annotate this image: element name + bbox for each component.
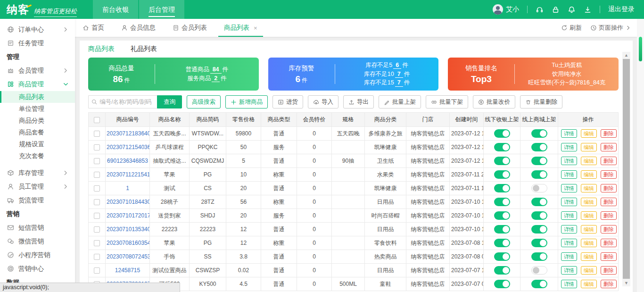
detail-button[interactable]: 详情 <box>561 157 577 165</box>
detail-button[interactable]: 详情 <box>561 170 577 179</box>
bell-icon[interactable] <box>568 6 576 14</box>
online-shelf-toggle[interactable] <box>531 225 547 234</box>
sidebar-item-marketing-center[interactable]: 营销中心 <box>0 262 75 275</box>
online-shelf-toggle[interactable] <box>531 198 547 206</box>
product-id-link[interactable]: 20230708160354 <box>107 240 150 246</box>
offline-shelf-toggle[interactable] <box>494 184 510 192</box>
sidebar-item-product-list[interactable]: 商品列表 <box>0 91 75 103</box>
sidebar-item-order-center[interactable]: 订单中心 <box>0 23 75 36</box>
delete-button[interactable]: 删除 <box>601 211 617 220</box>
row-checkbox[interactable] <box>94 199 100 205</box>
product-id-link[interactable]: 20230708072453 <box>107 253 150 260</box>
online-shelf-toggle[interactable] <box>531 252 547 261</box>
delete-button[interactable]: 删除 <box>601 252 617 261</box>
detail-button[interactable]: 详情 <box>561 280 577 288</box>
delete-button[interactable]: 删除 <box>601 225 617 234</box>
card-stat-value[interactable]: 7 <box>395 71 403 78</box>
offline-shelf-toggle[interactable] <box>494 170 510 179</box>
detail-button[interactable]: 详情 <box>561 225 577 234</box>
detail-button[interactable]: 详情 <box>561 198 577 206</box>
delete-button[interactable]: 删除 <box>601 129 617 138</box>
sidebar-item-product-manage[interactable]: 商品管理 <box>0 77 75 91</box>
product-id-link[interactable]: 20230710172017 <box>107 212 150 219</box>
tab-product-list[interactable]: 商品列表× <box>224 19 257 37</box>
batch-on-shelf-button[interactable]: 批量上架 <box>379 95 421 108</box>
tab-member-info[interactable]: 会员信息 <box>121 19 156 37</box>
table-scrollbar-thumb[interactable] <box>623 59 630 279</box>
product-id-link[interactable]: 20230712183640 <box>107 130 150 137</box>
online-shelf-toggle[interactable] <box>531 211 547 220</box>
offline-shelf-toggle[interactable] <box>494 157 510 165</box>
offline-shelf-toggle[interactable] <box>494 266 510 275</box>
online-shelf-toggle[interactable] <box>531 266 547 275</box>
detail-button[interactable]: 详情 <box>561 184 577 192</box>
logout-button[interactable]: 退出登录 <box>608 5 635 14</box>
edit-button[interactable]: 编辑 <box>581 225 597 234</box>
online-shelf-toggle[interactable] <box>531 157 547 165</box>
edit-button[interactable]: 编辑 <box>581 184 597 192</box>
sidebar-item-product-category[interactable]: 商品分类 <box>0 115 75 126</box>
search-button[interactable]: 查询 <box>157 95 182 108</box>
delete-button[interactable]: 删除 <box>601 170 617 179</box>
edit-button[interactable]: 编辑 <box>581 252 597 261</box>
product-id-link[interactable]: 20230710135340 <box>107 226 150 233</box>
edit-button[interactable]: 编辑 <box>581 157 597 165</box>
batch-delete-button[interactable]: 批量删除 <box>520 95 562 108</box>
nav-tab-backend-admin[interactable]: 后台管理 <box>139 0 184 19</box>
export-button[interactable]: 导出 <box>343 95 374 108</box>
online-shelf-toggle[interactable] <box>531 170 547 179</box>
delete-button[interactable]: 删除 <box>601 198 617 206</box>
detail-button[interactable]: 详情 <box>561 143 577 151</box>
sidebar-item-unit-manage[interactable]: 单位管理 <box>0 103 75 115</box>
download-icon[interactable] <box>584 6 592 14</box>
edit-button[interactable]: 编辑 <box>581 266 597 275</box>
search-input[interactable] <box>99 99 154 105</box>
delete-button[interactable]: 删除 <box>601 280 617 288</box>
offline-shelf-toggle[interactable] <box>494 252 510 261</box>
edit-button[interactable]: 编辑 <box>581 211 597 220</box>
detail-button[interactable]: 详情 <box>561 266 577 275</box>
product-id-link[interactable]: 20230712154036 <box>107 144 150 150</box>
edit-button[interactable]: 编辑 <box>581 280 597 288</box>
online-shelf-toggle[interactable] <box>531 239 547 247</box>
sidebar-item-logistics-manage[interactable]: 货流管理 <box>0 193 75 207</box>
sidebar-item-miniapp-marketing[interactable]: 小程序营销 <box>0 248 75 262</box>
detail-button[interactable]: 详情 <box>561 129 577 138</box>
online-shelf-toggle[interactable] <box>531 143 547 151</box>
row-checkbox[interactable] <box>94 144 100 150</box>
offline-shelf-toggle[interactable] <box>494 225 510 234</box>
sidebar-item-spec-setting[interactable]: 规格设置 <box>0 138 75 150</box>
offline-shelf-toggle[interactable] <box>494 280 510 288</box>
card-stat-value[interactable]: 6 <box>393 62 401 69</box>
content-tab-gift-list[interactable]: 礼品列表 <box>131 45 157 53</box>
sidebar-item-product-package[interactable]: 商品套餐 <box>0 126 75 138</box>
select-all-checkbox[interactable] <box>94 117 100 123</box>
detail-button[interactable]: 详情 <box>561 239 577 247</box>
offline-shelf-toggle[interactable] <box>494 143 510 151</box>
delete-button[interactable]: 删除 <box>601 184 617 192</box>
row-checkbox[interactable] <box>94 185 100 192</box>
content-tab-product-list[interactable]: 商品列表 <box>88 45 115 53</box>
product-id-link[interactable]: 20230710184430 <box>107 199 150 205</box>
scroll-up-arrow[interactable]: ▲ <box>622 52 630 58</box>
user-menu[interactable]: 艾小 <box>493 4 519 15</box>
row-checkbox[interactable] <box>94 213 100 219</box>
sidebar-item-recharge-package[interactable]: 充次套餐 <box>0 150 75 162</box>
page-ops-button[interactable]: 页面操作 <box>590 24 632 32</box>
sidebar-item-stock-manage[interactable]: 库存管理 <box>0 166 75 180</box>
sidebar-item-staff-manage[interactable]: 员工管理 <box>0 180 75 193</box>
detail-button[interactable]: 详情 <box>561 211 577 220</box>
tab-home[interactable]: 首页 <box>83 19 104 37</box>
close-icon[interactable]: × <box>254 25 257 32</box>
delete-button[interactable]: 删除 <box>601 143 617 151</box>
edit-button[interactable]: 编辑 <box>581 239 597 247</box>
offline-shelf-toggle[interactable] <box>494 129 510 138</box>
batch-reprice-button[interactable]: 批量改价 <box>473 95 515 108</box>
row-checkbox[interactable] <box>94 131 100 137</box>
row-checkbox[interactable] <box>94 172 100 178</box>
scroll-down-arrow[interactable]: ▼ <box>622 280 630 286</box>
row-checkbox[interactable] <box>94 254 100 260</box>
import-button[interactable]: 导入 <box>308 95 339 108</box>
delete-button[interactable]: 删除 <box>601 239 617 247</box>
delete-button[interactable]: 删除 <box>601 266 617 275</box>
